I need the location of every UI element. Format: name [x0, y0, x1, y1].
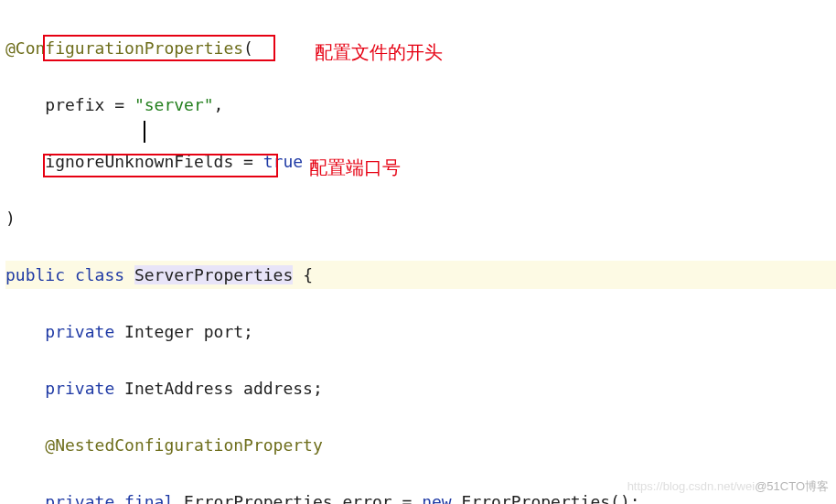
- keyword-public: public: [5, 265, 65, 284]
- paren: ): [5, 209, 16, 228]
- field-decl: ErrorProperties error =: [174, 492, 422, 504]
- param-name: ignoreUnknownFields =: [45, 152, 263, 171]
- indent: [5, 152, 45, 171]
- keyword-private: private: [45, 379, 114, 398]
- ctor-call: ErrorProperties();: [452, 492, 640, 504]
- comma: ,: [214, 95, 224, 114]
- code-line-cursor: public class ServerProperties {: [5, 261, 836, 289]
- keyword-true: true: [263, 152, 303, 171]
- paren: (: [243, 38, 253, 58]
- watermark-main: @51CTO博客: [755, 479, 829, 493]
- watermark-url: https://blog.csdn.net/wei: [627, 479, 755, 493]
- keyword-final: final: [124, 492, 174, 504]
- string-literal: "server": [134, 95, 214, 114]
- watermark: https://blog.csdn.net/wei@51CTO博客: [627, 472, 829, 500]
- annotation: @ConfigurationProperties: [5, 38, 243, 58]
- class-name: ServerProperties: [134, 265, 293, 284]
- text-caret: [144, 121, 145, 143]
- indent: [5, 435, 45, 455]
- indent: [5, 95, 45, 114]
- field-decl: InetAddress address;: [114, 379, 323, 398]
- code-line: @NestedConfigurationProperty: [5, 431, 836, 459]
- keyword-private: private: [45, 492, 114, 504]
- keyword-new: new: [422, 492, 452, 504]
- param-name: prefix =: [45, 95, 134, 114]
- code-line: prefix = "server",: [5, 91, 836, 119]
- indent: [5, 492, 45, 504]
- code-editor: @ConfigurationProperties( prefix = "serv…: [0, 0, 836, 504]
- keyword-class: class: [75, 265, 124, 284]
- indent: [5, 379, 45, 398]
- indent: [5, 322, 45, 341]
- annotation-note-header: 配置文件的开头: [315, 38, 443, 67]
- code-line: private Integer port;: [5, 317, 836, 346]
- field-decl: Integer port;: [114, 322, 253, 341]
- code-line: ): [5, 204, 836, 232]
- annotation-note-port: 配置端口号: [309, 154, 401, 182]
- code-line: ignoreUnknownFields = true: [5, 147, 836, 176]
- keyword-private: private: [45, 322, 114, 341]
- code-line: private InetAddress address;: [5, 374, 836, 402]
- brace: {: [293, 265, 313, 284]
- annotation: @NestedConfigurationProperty: [45, 435, 322, 455]
